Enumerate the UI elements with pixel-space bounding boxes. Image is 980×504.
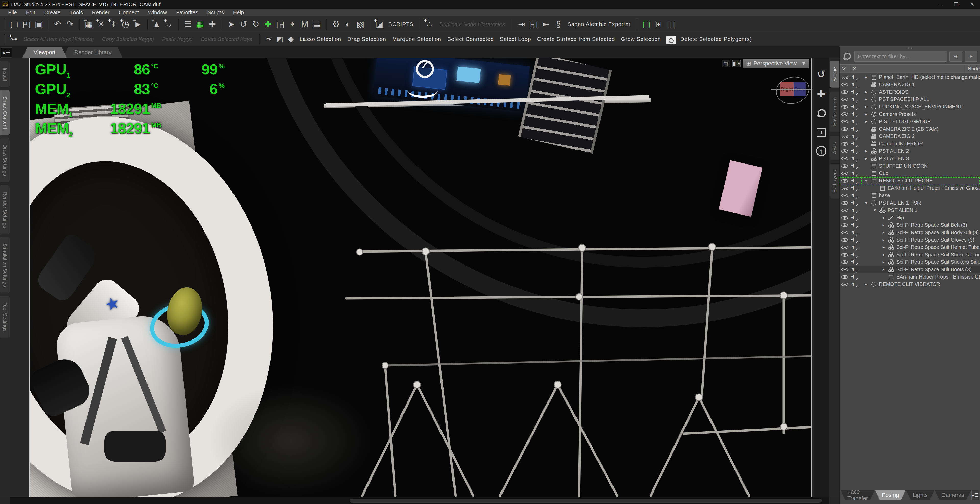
close-button[interactable]: ✕ <box>964 0 980 9</box>
expand-arrow-icon[interactable] <box>864 149 869 154</box>
joint-editor-tool-icon[interactable]: ⌖ <box>286 18 299 30</box>
expand-arrow-icon[interactable] <box>872 208 877 213</box>
scene-node-row[interactable]: CAMERA ZIG 1 <box>840 81 980 88</box>
viewport-3d-canvas[interactable]: GPU1 86 °C 99 % GPU2 83 °C 6 % MEM1 1829… <box>29 58 811 498</box>
visibility-eye-icon[interactable] <box>841 200 848 206</box>
scene-node-row[interactable]: Sci-Fi Retro Space Suit Gloves (3) <box>840 236 980 244</box>
viewport-tab[interactable]: Render Library <box>63 47 123 58</box>
scene-node-row[interactable]: Camera INTERIOR <box>840 140 980 147</box>
scene-node-row[interactable]: Sci-Fi Retro Space Suit Boots (3) <box>840 266 980 273</box>
menu-item[interactable]: Favorites <box>172 9 203 16</box>
create-point-light-icon[interactable]: ✳ <box>107 18 119 30</box>
visibility-eye-icon[interactable] <box>841 178 848 183</box>
search-icon[interactable] <box>842 52 852 61</box>
visibility-eye-icon[interactable] <box>841 208 848 213</box>
merge-file-icon[interactable]: ◱ <box>528 18 540 30</box>
visibility-eye-icon[interactable] <box>841 134 848 139</box>
filter-back-button[interactable]: ◄ <box>950 51 962 62</box>
save-icon[interactable]: ▣ <box>33 18 45 30</box>
export-file-icon[interactable]: ⇤ <box>540 18 552 30</box>
left-pane-tab[interactable]: Simulation Settings <box>0 237 10 293</box>
delete-selected-polygons-button[interactable]: Delete Selected Polygon(s) <box>677 34 755 44</box>
expand-arrow-icon[interactable] <box>881 230 886 235</box>
selectable-cursor-icon[interactable] <box>850 96 858 103</box>
menu-item[interactable]: Create <box>40 9 65 16</box>
right-pane-tab[interactable]: Environment <box>830 91 840 132</box>
expand-arrow-icon[interactable] <box>881 252 886 257</box>
scene-node-row[interactable]: PST ALIEN 3 <box>840 155 980 162</box>
visibility-eye-icon[interactable] <box>841 127 848 132</box>
selectable-cursor-icon[interactable] <box>850 163 858 170</box>
layout-two-pane-icon[interactable]: ◫ <box>665 18 677 30</box>
visibility-eye-icon[interactable] <box>841 245 848 250</box>
scene-node-row[interactable]: EArkham Helper Props - Emissive Ghost Li… <box>840 273 980 281</box>
column-header[interactable]: Node <box>965 65 980 73</box>
expand-arrow-icon[interactable] <box>864 200 869 206</box>
visibility-eye-icon[interactable] <box>841 238 848 242</box>
menu-item[interactable]: Connect <box>114 9 143 16</box>
create-surface-from-selected-button[interactable]: Create Surface from Selected <box>534 34 618 44</box>
selectable-cursor-icon[interactable] <box>850 222 858 228</box>
selectable-cursor-icon[interactable] <box>850 81 858 88</box>
open-file-icon[interactable]: ◰ <box>21 18 33 30</box>
visibility-eye-icon[interactable] <box>841 282 848 287</box>
selectable-cursor-icon[interactable] <box>850 89 858 95</box>
pan-camera-icon[interactable]: ✚ <box>816 88 827 100</box>
menu-item[interactable]: Window <box>143 9 172 16</box>
scene-node-row[interactable]: CAMERA ZIG 2 (2B CAM) <box>840 125 980 133</box>
panel-grip[interactable] <box>840 46 980 49</box>
selectable-cursor-icon[interactable] <box>850 178 858 184</box>
scene-node-row[interactable]: Hip <box>840 214 980 221</box>
visibility-eye-icon[interactable] <box>841 215 848 220</box>
geometry-selection-icon[interactable]: ◆ <box>285 34 297 44</box>
reset-camera-icon[interactable]: ↑ <box>816 146 826 156</box>
selectable-cursor-icon[interactable] <box>850 237 858 243</box>
alembic-icon[interactable]: § <box>552 18 565 30</box>
layout-four-pane-icon[interactable]: ⊞ <box>652 18 665 30</box>
visibility-eye-icon[interactable] <box>841 104 848 109</box>
visibility-eye-icon[interactable] <box>841 186 848 191</box>
lasso-selection-button[interactable]: Lasso Selection <box>297 34 344 44</box>
zoom-camera-icon[interactable] <box>816 108 827 119</box>
scene-node-row[interactable]: EArkham Helper Props - Emissive Ghost Li… <box>840 184 980 192</box>
create-distant-light-icon[interactable]: ☀ <box>95 18 107 30</box>
minimize-button[interactable]: — <box>932 0 948 9</box>
left-pane-tab[interactable]: Smart Content <box>0 90 10 135</box>
orbit-camera-icon[interactable]: ↺ <box>816 68 827 79</box>
draw-style-cube-icon[interactable]: ◧▾ <box>732 60 741 67</box>
scene-node-row[interactable]: PST ALIEN 2 <box>840 147 980 155</box>
create-primitive-icon[interactable]: ▲ <box>151 18 163 30</box>
sagan-alembic-exporter-button[interactable]: Sagan Alembic Exporter <box>565 18 634 30</box>
scene-node-row[interactable]: Sci-Fi Retro Space Suit Stickers Front (… <box>840 251 980 258</box>
expand-arrow-icon[interactable] <box>881 259 886 265</box>
scene-node-row[interactable]: Cup <box>840 170 980 177</box>
visibility-eye-icon[interactable] <box>841 82 848 87</box>
selectable-cursor-icon[interactable] <box>850 281 858 288</box>
right-pane-tab[interactable]: ABas <box>830 135 840 160</box>
selectable-cursor-icon[interactable] <box>850 207 858 214</box>
weld-geometry-icon[interactable]: ◩ <box>274 34 285 44</box>
scene-node-row[interactable]: Camera Presets <box>840 111 980 118</box>
expand-arrow-icon[interactable] <box>881 222 886 228</box>
visibility-eye-icon[interactable] <box>841 223 848 228</box>
expand-arrow-icon[interactable] <box>864 74 869 80</box>
select-connected-button[interactable]: Select Connected <box>444 34 497 44</box>
maximize-button[interactable]: ❐ <box>948 0 964 9</box>
menu-item[interactable]: File <box>3 9 21 16</box>
panel-bottom-tab[interactable]: Lights <box>906 490 934 500</box>
drag-selection-button[interactable]: Drag Selection <box>344 34 389 44</box>
scene-node-row[interactable]: Sci-Fi Retro Space Suit Helmet Tubes (3) <box>840 244 980 251</box>
create-gauge-icon[interactable]: ◷ <box>119 18 132 30</box>
menu-item[interactable]: Scripts <box>203 9 228 16</box>
translate-tool-icon[interactable]: ✚ <box>262 18 274 30</box>
expand-arrow-icon[interactable] <box>864 119 869 124</box>
viewport-grid-icon[interactable]: ▦ <box>194 18 206 30</box>
scene-node-row[interactable]: PST ALIEN 1 <box>840 207 980 214</box>
scripts-button[interactable]: SCRIPTS <box>385 18 417 30</box>
redo-icon[interactable]: ↷ <box>64 18 76 30</box>
menu-item[interactable]: Render <box>87 9 114 16</box>
marquee-selection-button[interactable]: Marquee Selection <box>389 34 444 44</box>
create-null-icon[interactable]: ◌ <box>163 18 175 30</box>
spot-render-camera-icon[interactable] <box>664 34 677 44</box>
menu-item[interactable]: Tools <box>65 9 87 16</box>
